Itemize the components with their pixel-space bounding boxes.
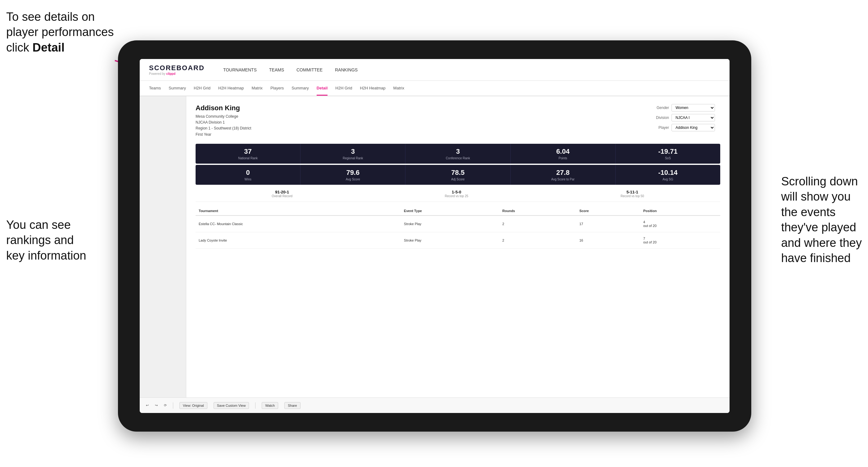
stat-adj-score-value: 78.5 <box>408 168 507 177</box>
stat-national-rank-label: National Rank <box>199 156 297 160</box>
left-panel <box>140 96 186 398</box>
player-division: NJCAA Division 1 <box>195 120 251 125</box>
stat-avg-score-par-value: 27.8 <box>514 168 612 177</box>
stat-national-rank-value: 37 <box>199 148 297 156</box>
annotation-bottom-left-1: You can see <box>6 218 71 231</box>
player-filters: Gender Women Division NJCAA I <box>652 104 720 137</box>
annotation-bottom-left-3: key information <box>6 249 86 262</box>
sub-nav-matrix[interactable]: Matrix <box>251 81 262 96</box>
sub-nav-h2h-grid2[interactable]: H2H Grid <box>335 81 352 96</box>
stat-avg-score-par-label: Avg Score to Par <box>514 178 612 181</box>
record-overall-value: 91-20-1 <box>272 190 292 194</box>
sub-nav-players[interactable]: Players <box>270 81 284 96</box>
annotation-right-5: and where they <box>781 236 862 249</box>
table-header-row: Tournament Event Type Rounds Score Posit… <box>195 207 720 216</box>
stat-regional-rank: 3 Regional Rank <box>301 144 405 164</box>
toolbar-view-original[interactable]: View: Original <box>180 402 207 409</box>
stat-sos-label: SoS <box>619 156 717 160</box>
filter-player-label: Player <box>652 125 669 130</box>
nav-tournaments[interactable]: TOURNAMENTS <box>223 65 257 75</box>
tournament-score-2: 16 <box>576 232 640 248</box>
record-top25-value: 1-5-0 <box>445 190 468 194</box>
player-name: Addison King <box>195 104 251 112</box>
sub-nav-h2h-heatmap[interactable]: H2H Heatmap <box>218 81 244 96</box>
col-rounds: Rounds <box>499 207 576 216</box>
record-overall: 91-20-1 Overall Record <box>272 190 292 198</box>
nav-teams[interactable]: TEAMS <box>269 65 284 75</box>
stat-conference-rank-label: Conference Rank <box>408 156 507 160</box>
tournament-name-1: Estella CC- Mountain Classic <box>195 216 401 232</box>
col-score: Score <box>576 207 640 216</box>
sub-nav: Teams Summary H2H Grid H2H Heatmap Matri… <box>140 81 730 96</box>
filter-player-select[interactable]: Addison King <box>672 124 715 131</box>
record-top50-label: Record vs top 50 <box>621 194 644 198</box>
player-info: Addison King Mesa Community College NJCA… <box>195 104 251 137</box>
sub-nav-summary[interactable]: Summary <box>168 81 186 96</box>
annotation-right-3: the events <box>781 206 835 219</box>
sub-nav-teams[interactable]: Teams <box>149 81 161 96</box>
tablet-screen: SCOREBOARD Powered by clippd TOURNAMENTS… <box>140 59 730 413</box>
col-position: Position <box>640 207 720 216</box>
player-header: Addison King Mesa Community College NJCA… <box>195 104 720 137</box>
tournament-score-1: 17 <box>576 216 640 232</box>
col-tournament: Tournament <box>195 207 401 216</box>
tournament-position-2: 7 out of 20 <box>640 232 720 248</box>
stat-points: 6.04 Points <box>511 144 616 164</box>
filter-row-player: Player Addison King <box>652 124 720 131</box>
annotation-bottom-left: You can see rankings and key information <box>6 217 86 263</box>
annotation-bottom-left-2: rankings and <box>6 234 74 247</box>
detail-panel: Addison King Mesa Community College NJCA… <box>186 96 730 398</box>
filter-gender-select[interactable]: Women <box>672 104 715 112</box>
annotation-top-left-bold: Detail <box>32 41 64 54</box>
tournament-position-1: 4 out of 20 <box>640 216 720 232</box>
toolbar-watch[interactable]: Watch <box>262 402 278 409</box>
stat-points-label: Points <box>514 156 612 160</box>
sub-nav-summary2[interactable]: Summary <box>291 81 309 96</box>
stat-avg-score: 79.6 Avg Score <box>301 165 405 185</box>
toolbar-share[interactable]: Share <box>284 402 300 409</box>
logo-scoreboard: SCOREBOARD <box>149 64 205 72</box>
record-top25-label: Record vs top 25 <box>445 194 468 198</box>
stat-avg-score-label: Avg Score <box>304 178 402 181</box>
record-top25: 1-5-0 Record vs top 25 <box>445 190 468 198</box>
sub-nav-detail[interactable]: Detail <box>317 81 328 96</box>
stat-sos: -19.71 SoS <box>616 144 720 164</box>
bottom-toolbar: ↩ ↪ ⟳ View: Original Save Custom View Wa… <box>140 398 730 413</box>
nav-rankings[interactable]: RANKINGS <box>335 65 358 75</box>
toolbar-redo[interactable]: ↪ <box>155 403 158 407</box>
annotation-right-1: Scrolling down <box>781 175 858 188</box>
main-content: Addison King Mesa Community College NJCA… <box>140 96 730 398</box>
tournament-event-type-2: Stroke Play <box>401 232 499 248</box>
sub-nav-h2h-grid[interactable]: H2H Grid <box>194 81 211 96</box>
toolbar-refresh[interactable]: ⟳ <box>164 403 167 407</box>
stat-national-rank: 37 National Rank <box>195 144 301 164</box>
tournament-event-type-1: Stroke Play <box>401 216 499 232</box>
annotation-right: Scrolling down will show you the events … <box>781 174 862 266</box>
tournament-rounds-1: 2 <box>499 216 576 232</box>
record-top50-value: 5-11-1 <box>621 190 644 194</box>
stat-avg-score-par: 27.8 Avg Score to Par <box>511 165 616 185</box>
toolbar-save-custom[interactable]: Save Custom View <box>214 402 249 409</box>
tournament-rounds-2: 2 <box>499 232 576 248</box>
toolbar-sep2 <box>255 402 255 409</box>
stat-adj-score: 78.5 Adj Score <box>405 165 510 185</box>
annotation-right-6: have finished <box>781 251 850 264</box>
sub-nav-h2h-heatmap2[interactable]: H2H Heatmap <box>360 81 385 96</box>
nav-committee[interactable]: COMMITTEE <box>297 65 322 75</box>
records-row: 91-20-1 Overall Record 1-5-0 Record vs t… <box>195 186 720 202</box>
filter-row-division: Division NJCAA I <box>652 114 720 121</box>
stat-wins: 0 Wins <box>195 165 301 185</box>
logo-powered: Powered by clippd <box>149 72 205 75</box>
stat-sos-value: -19.71 <box>619 148 717 156</box>
player-year: First Year <box>195 132 251 137</box>
stat-regional-rank-label: Regional Rank <box>304 156 402 160</box>
sub-nav-matrix2[interactable]: Matrix <box>393 81 404 96</box>
annotation-top-left: To see details on player performances cl… <box>6 9 124 55</box>
stat-adj-score-label: Adj Score <box>408 178 507 181</box>
col-event-type: Event Type <box>401 207 499 216</box>
filter-division-select[interactable]: NJCAA I <box>672 114 715 121</box>
stat-avg-score-value: 79.6 <box>304 168 402 177</box>
stats-row1: 37 National Rank 3 Regional Rank 3 Confe… <box>195 144 720 164</box>
app-container: SCOREBOARD Powered by clippd TOURNAMENTS… <box>140 59 730 413</box>
toolbar-undo[interactable]: ↩ <box>146 403 149 407</box>
